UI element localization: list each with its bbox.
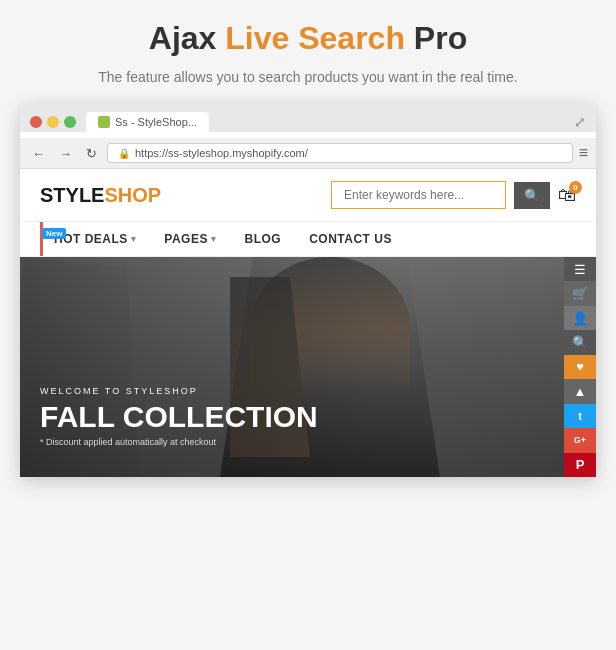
title-ajax: Ajax bbox=[149, 20, 225, 56]
search-input[interactable] bbox=[331, 181, 506, 209]
hero-subtitle: WELCOME TO STYLESHOP bbox=[40, 386, 318, 396]
hero-text: WELCOME TO STYLESHOP FALL COLLECTION * D… bbox=[40, 386, 318, 447]
shop-search-area: 🔍 🛍 0 bbox=[331, 181, 576, 209]
nav-contact[interactable]: CONTACT US bbox=[295, 222, 406, 256]
browser-menu-icon[interactable]: ≡ bbox=[579, 144, 588, 162]
hero-discount: * Discount applied automatically at chec… bbox=[40, 437, 318, 447]
hero-section: WELCOME TO STYLESHOP FALL COLLECTION * D… bbox=[20, 257, 596, 477]
logo-shop: SHOP bbox=[104, 184, 161, 206]
pages-chevron: ▾ bbox=[211, 234, 217, 244]
menu-sidebar-icon[interactable]: ☰ bbox=[564, 257, 596, 281]
nav-blog[interactable]: BLOG bbox=[230, 222, 295, 256]
shop-logo: STYLESHOP bbox=[40, 184, 161, 207]
shop-content: STYLESHOP 🔍 🛍 0 HOT DEALS ▾ New bbox=[20, 169, 596, 477]
tab-title: Ss - StyleShop... bbox=[115, 116, 197, 128]
cart-badge: 0 bbox=[569, 181, 582, 194]
nav-pages[interactable]: PAGES ▾ bbox=[150, 222, 230, 256]
maximize-dot[interactable] bbox=[64, 116, 76, 128]
browser-title-bar: Ss - StyleShop... ⤢ bbox=[30, 112, 586, 132]
shop-header: STYLESHOP 🔍 🛍 0 bbox=[20, 169, 596, 222]
pages-wrapper: PAGES ▾ bbox=[150, 222, 230, 256]
logo-style: STYLE bbox=[40, 184, 104, 206]
pages-label: PAGES bbox=[164, 232, 208, 246]
cart-sidebar-icon[interactable]: 🛒 bbox=[564, 281, 596, 305]
expand-icon[interactable]: ⤢ bbox=[574, 114, 586, 130]
hot-deals-chevron: ▾ bbox=[131, 234, 137, 244]
sidebar-icons: ☰ 🛒 👤 🔍 ♥ ▲ t G+ P bbox=[564, 257, 596, 477]
forward-button[interactable]: → bbox=[55, 144, 76, 163]
browser-tab[interactable]: Ss - StyleShop... bbox=[86, 112, 209, 132]
url-bar[interactable]: 🔒 https://ss-styleshop.myshopify.com/ bbox=[107, 143, 573, 163]
page-header: Ajax Live Search Pro The feature allows … bbox=[78, 20, 537, 88]
minimize-dot[interactable] bbox=[47, 116, 59, 128]
user-sidebar-icon[interactable]: 👤 bbox=[564, 306, 596, 330]
new-badge: New bbox=[42, 228, 66, 239]
browser-window: Ss - StyleShop... ⤢ ← → ↻ 🔒 https://ss-s… bbox=[20, 104, 596, 477]
page-subtitle: The feature allows you to search product… bbox=[98, 67, 517, 88]
page-title: Ajax Live Search Pro bbox=[98, 20, 517, 57]
arrow-up-sidebar-icon[interactable]: ▲ bbox=[564, 379, 596, 403]
heart-sidebar-icon[interactable]: ♥ bbox=[564, 355, 596, 379]
twitter-sidebar-icon[interactable]: t bbox=[564, 404, 596, 428]
browser-chrome: Ss - StyleShop... ⤢ bbox=[20, 104, 596, 132]
shop-nav: HOT DEALS ▾ New PAGES ▾ BLOG CONTACT US bbox=[20, 222, 596, 257]
browser-dots bbox=[30, 116, 76, 128]
browser-navbar: ← → ↻ 🔒 https://ss-styleshop.myshopify.c… bbox=[20, 138, 596, 169]
cart-icon-wrapper[interactable]: 🛍 0 bbox=[558, 185, 576, 206]
back-button[interactable]: ← bbox=[28, 144, 49, 163]
title-live-search: Live Search bbox=[225, 20, 405, 56]
blog-label: BLOG bbox=[244, 232, 281, 246]
search-button[interactable]: 🔍 bbox=[514, 182, 550, 209]
search-sidebar-icon[interactable]: 🔍 bbox=[564, 330, 596, 354]
url-text: https://ss-styleshop.myshopify.com/ bbox=[135, 147, 308, 159]
contact-label: CONTACT US bbox=[309, 232, 392, 246]
hot-deals-wrapper: HOT DEALS ▾ New bbox=[40, 222, 150, 256]
lock-icon: 🔒 bbox=[118, 148, 130, 159]
pinterest-sidebar-icon[interactable]: P bbox=[564, 453, 596, 477]
gplus-sidebar-icon[interactable]: G+ bbox=[564, 428, 596, 452]
hero-title: FALL COLLECTION bbox=[40, 400, 318, 433]
refresh-button[interactable]: ↻ bbox=[82, 144, 101, 163]
tab-favicon bbox=[98, 116, 110, 128]
title-pro: Pro bbox=[405, 20, 467, 56]
close-dot[interactable] bbox=[30, 116, 42, 128]
